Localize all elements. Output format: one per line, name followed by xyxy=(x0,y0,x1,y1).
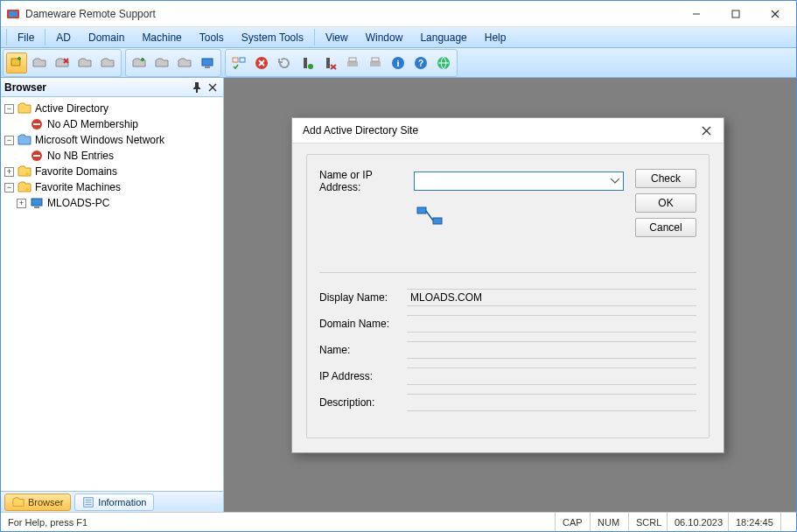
collapse-icon[interactable]: − xyxy=(4,104,14,114)
name-or-ip-field[interactable] xyxy=(415,172,607,190)
toolbar: i ? xyxy=(1,48,796,78)
tab-information[interactable]: Information xyxy=(74,494,154,511)
server-button[interactable] xyxy=(297,52,318,74)
tree-label: No NB Entries xyxy=(47,150,114,162)
mdi-area: Add Active Directory Site Name or IP Add… xyxy=(224,78,796,512)
refresh-button[interactable] xyxy=(274,52,295,74)
blocked-icon xyxy=(30,149,44,163)
globe-button[interactable] xyxy=(433,52,454,74)
tree-no-ad-membership[interactable]: No AD Membership xyxy=(4,116,223,132)
info-button[interactable]: i xyxy=(388,52,409,74)
svg-rect-35 xyxy=(31,199,42,206)
cancel-button[interactable]: Cancel xyxy=(635,218,696,237)
machine-button[interactable] xyxy=(197,52,218,74)
add-ad-site-dialog: Add Active Directory Site Name or IP Add… xyxy=(291,117,724,453)
monitor-icon xyxy=(30,196,44,210)
name-or-ip-input[interactable] xyxy=(414,172,624,191)
dialog-titlebar[interactable]: Add Active Directory Site xyxy=(292,118,724,144)
add-site-button[interactable] xyxy=(6,52,27,74)
titlebar: Dameware Remote Support xyxy=(1,1,796,27)
expand-icon[interactable]: + xyxy=(17,199,26,208)
menu-view[interactable]: View xyxy=(317,27,357,47)
menu-machine[interactable]: Machine xyxy=(133,27,190,47)
app-icon xyxy=(6,7,20,21)
folder-button-5[interactable] xyxy=(174,52,195,74)
tree-active-directory[interactable]: − Active Directory xyxy=(4,101,223,116)
menu-language[interactable]: Language xyxy=(411,27,475,47)
svg-rect-3 xyxy=(732,10,739,18)
tree-no-nb-entries[interactable]: No NB Entries xyxy=(4,148,223,164)
status-time: 18:24:45 xyxy=(728,513,780,531)
tree-favorite-domains[interactable]: + Favorite Domains xyxy=(4,164,223,179)
display-name-field: MLOADS.COM xyxy=(407,289,696,306)
menubar: File AD Domain Machine Tools System Tool… xyxy=(1,27,796,48)
close-button[interactable] xyxy=(755,2,794,26)
help-button[interactable]: ? xyxy=(410,52,431,74)
maximize-button[interactable] xyxy=(716,2,755,26)
status-scrl: SCRL xyxy=(628,513,667,531)
menu-window[interactable]: Window xyxy=(357,27,412,47)
chevron-down-icon[interactable] xyxy=(607,172,623,190)
menu-system-tools[interactable]: System Tools xyxy=(233,27,312,47)
menu-help[interactable]: Help xyxy=(476,27,515,47)
dialog-title: Add Active Directory Site xyxy=(303,124,689,136)
menu-ad[interactable]: AD xyxy=(47,27,80,47)
menu-file[interactable]: File xyxy=(9,27,43,47)
svg-rect-9 xyxy=(205,66,210,68)
print-button-2[interactable] xyxy=(365,52,386,74)
svg-rect-8 xyxy=(202,59,213,66)
toolbar-group-3: i ? xyxy=(225,49,458,77)
ok-button[interactable]: OK xyxy=(635,193,696,213)
folder-remove-button[interactable] xyxy=(52,52,73,74)
network-icon xyxy=(412,204,447,230)
tab-browser[interactable]: Browser xyxy=(4,494,71,511)
svg-rect-17 xyxy=(326,58,330,68)
favorites-folder-icon xyxy=(17,180,31,194)
tree-windows-network[interactable]: − Microsoft Windows Network xyxy=(4,132,223,148)
menu-domain[interactable]: Domain xyxy=(80,27,133,47)
tree-favorite-machines[interactable]: − Favorite Machines xyxy=(4,179,223,195)
main-area: Browser − Active Directory No AD Members… xyxy=(1,78,796,512)
checklist-button[interactable] xyxy=(228,52,249,74)
browser-panel-tabs: Browser Information xyxy=(1,491,223,512)
collapse-icon[interactable]: − xyxy=(4,183,14,192)
tree-label: Active Directory xyxy=(35,102,108,115)
blocked-icon xyxy=(30,117,44,131)
svg-rect-32 xyxy=(33,123,40,125)
tab-label: Information xyxy=(98,497,146,508)
label-domain-name: Domain Name: xyxy=(319,318,407,330)
panel-close-icon[interactable] xyxy=(206,80,220,94)
dialog-close-button[interactable] xyxy=(689,118,724,143)
browser-tree[interactable]: − Active Directory No AD Membership − Mi… xyxy=(1,97,223,491)
browser-tab-icon xyxy=(12,496,24,508)
domain-name-field xyxy=(407,315,696,332)
menu-tools[interactable]: Tools xyxy=(191,27,233,47)
svg-rect-36 xyxy=(34,206,39,208)
collapse-icon[interactable]: − xyxy=(4,136,14,145)
svg-rect-15 xyxy=(304,58,307,68)
network-folder-icon xyxy=(17,133,31,147)
pin-icon[interactable] xyxy=(190,80,204,94)
svg-rect-1 xyxy=(9,11,17,17)
expand-icon[interactable]: + xyxy=(4,167,14,177)
browser-panel: Browser − Active Directory No AD Members… xyxy=(1,78,224,512)
svg-text:?: ? xyxy=(418,59,423,68)
browser-panel-header: Browser xyxy=(1,78,223,97)
folder-button-4[interactable] xyxy=(151,52,172,74)
tree-label: Favorite Domains xyxy=(35,165,117,178)
stop-button[interactable] xyxy=(251,52,272,74)
svg-text:i: i xyxy=(396,58,399,68)
folder-add-button[interactable] xyxy=(129,52,150,74)
check-button[interactable]: Check xyxy=(635,169,696,188)
folder-button-1[interactable] xyxy=(29,52,50,74)
status-num: NUM xyxy=(590,513,628,531)
server-remove-button[interactable] xyxy=(319,52,340,74)
print-button-1[interactable] xyxy=(342,52,363,74)
status-help: For Help, press F1 xyxy=(1,513,555,531)
resize-grip-icon[interactable] xyxy=(780,513,796,531)
folder-button-2[interactable] xyxy=(74,52,95,74)
svg-rect-44 xyxy=(433,218,442,224)
minimize-button[interactable] xyxy=(676,2,716,26)
tree-machine-item[interactable]: + MLOADS-PC xyxy=(4,195,223,211)
folder-button-3[interactable] xyxy=(97,52,118,74)
